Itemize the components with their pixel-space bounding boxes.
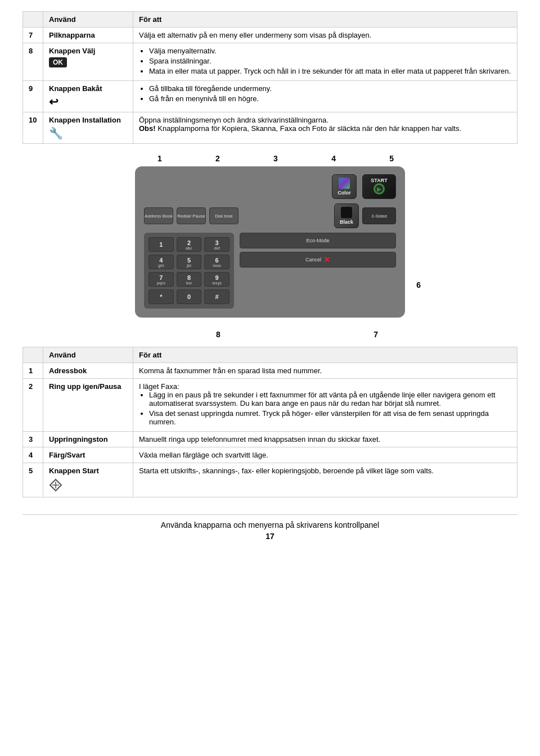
num-label-1: 1 (158, 154, 162, 163)
key-6[interactable]: 6mno (204, 255, 230, 269)
two-sided-label: 2-Sided (371, 214, 387, 219)
row-num-b3: 3 (23, 432, 43, 447)
footer-title: Använda knapparna och menyerna på skriva… (22, 520, 518, 529)
middle-button-row: Address Book Redial/ Pause Dial tone Bla… (144, 203, 396, 228)
spacer (144, 174, 326, 199)
printer-panel: Color START ▶ Address Book Red (135, 166, 405, 318)
key-sub: jkl (187, 264, 191, 268)
row-label-9: Knappen Bakåt ↩ (43, 81, 133, 112)
row-label-8: Knappen Välj OK (43, 43, 133, 81)
row-desc-b3: Manuellt ringa upp telefonnumret med kna… (133, 432, 518, 447)
key-sub: tuv (186, 281, 192, 285)
row-desc-b1: Komma åt faxnummer från en sparad lista … (133, 363, 518, 379)
key-sub: def (214, 246, 220, 250)
key-label: 8 (187, 274, 191, 281)
address-book-button[interactable]: Address Book (144, 207, 173, 224)
key-star[interactable]: * (148, 289, 174, 304)
bullet-item: Gå tillbaka till föregående undermeny. (149, 84, 511, 93)
row-num-b4: 4 (23, 447, 43, 463)
keypad-grid: 1 2abc 3def 4ghi 5jkl 6mno 7pqrs 8tuv 9w… (144, 233, 234, 309)
key-2[interactable]: 2abc (177, 237, 202, 252)
key-hash[interactable]: # (204, 289, 230, 304)
row-desc-7: Välja ett alternativ på en meny eller un… (133, 28, 518, 43)
panel-container: Color START ▶ Address Book Red (135, 166, 405, 318)
page-footer: Använda knapparna och menyerna på skriva… (22, 514, 518, 541)
row-label-b2: Ring upp igen/Pausa (43, 379, 133, 432)
row-label-10: Knappen Installation 🔧 (43, 112, 133, 144)
num-label-2: 2 (215, 154, 220, 163)
start-button[interactable]: START ▶ (362, 174, 396, 199)
bullet-item: Gå från en menynivå till en högre. (149, 94, 511, 103)
two-sided-button[interactable]: 2-Sided (362, 207, 396, 224)
key-1[interactable]: 1 (148, 237, 174, 252)
back-icon: ↩ (49, 95, 127, 108)
cancel-x-icon: ✕ (323, 255, 330, 264)
key-4[interactable]: 4ghi (148, 255, 174, 269)
start-circle: ▶ (374, 183, 385, 194)
key-sub: abc (186, 246, 192, 250)
col-header-num-b (23, 347, 43, 363)
num-label-4: 4 (331, 154, 336, 163)
row-label-7: Pilknapparna (43, 28, 133, 43)
start-button-label: START (371, 178, 387, 183)
callout-6-label: 6 (416, 280, 421, 289)
diamond-icon (49, 478, 62, 492)
black-button-label: Black (340, 219, 353, 225)
row-num-b5: 5 (23, 463, 43, 497)
table-row: 9 Knappen Bakåt ↩ Gå tillbaka till föreg… (23, 81, 518, 112)
col-header-anvand: Använd (43, 12, 133, 28)
key-0[interactable]: 0 (177, 289, 202, 304)
row-desc-b4: Växla mellan färgläge och svartvitt läge… (133, 447, 518, 463)
col-header-num (23, 12, 43, 28)
black-button-icon (341, 207, 352, 218)
black-button[interactable]: Black (334, 203, 359, 228)
color-button[interactable]: Color (332, 174, 357, 199)
redial-pause-button[interactable]: Redial/ Pause (177, 207, 206, 224)
num-label-5: 5 (389, 154, 394, 163)
table-row: 2 Ring upp igen/Pausa I läget Faxa: Lägg… (23, 379, 518, 432)
table-row: 8 Knappen Välj OK Välja menyalternativ. … (23, 43, 518, 81)
key-7[interactable]: 7pqrs (148, 272, 174, 287)
printer-diagram-area: 1 2 3 4 5 Color START (22, 154, 518, 318)
key-9[interactable]: 9wxyz (204, 272, 230, 287)
row-desc-main-b2: I läget Faxa: (139, 382, 179, 391)
dial-tone-button[interactable]: Dial tone (209, 207, 238, 224)
row-num-10: 10 (23, 112, 43, 144)
bullet-item: Visa det senast uppringda numret. Tryck … (149, 409, 511, 426)
table-row: 5 Knappen Start Starta ett utskrifts-, s… (23, 463, 518, 497)
row-label-b3: Uppringningston (43, 432, 133, 447)
row-desc-b5: Starta ett utskrifts-, skannings-, fax- … (133, 463, 518, 497)
key-8[interactable]: 8tuv (177, 272, 202, 287)
obs-text: Knapplamporna för Kopiera, Skanna, Faxa … (158, 124, 461, 133)
key-3[interactable]: 3def (204, 237, 230, 252)
table-row: 7 Pilknapparna Välja ett alternativ på e… (23, 28, 518, 43)
color-button-icon (339, 178, 350, 189)
dial-tone-label: Dial tone (215, 214, 233, 219)
col-header-foratt: För att (133, 12, 518, 28)
right-function-buttons: Eco-Mode Cancel ✕ (240, 233, 396, 309)
callout-8-label: 8 (216, 330, 220, 339)
key-label: 1 (159, 241, 163, 248)
key-sub: ghi (158, 264, 164, 268)
eco-mode-button[interactable]: Eco-Mode (240, 233, 396, 248)
bullet-item: Välja menyalternativ. (149, 47, 511, 55)
eco-mode-label: Eco-Mode (306, 238, 329, 243)
row-desc-9: Gå tillbaka till föregående undermeny. G… (133, 81, 518, 112)
key-label: 2 (187, 239, 191, 246)
row-label-b5: Knappen Start (43, 463, 133, 497)
bullets-8: Välja menyalternativ. Spara inställninga… (139, 47, 511, 75)
ok-button-icon: OK (49, 57, 67, 67)
cancel-button[interactable]: Cancel ✕ (240, 252, 396, 268)
row-desc-8: Välja menyalternativ. Spara inställninga… (133, 43, 518, 81)
key-5[interactable]: 5jkl (177, 255, 202, 269)
row-num-7: 7 (23, 28, 43, 43)
row-label-b1: Adressbok (43, 363, 133, 379)
address-book-label: Address Book (145, 214, 173, 219)
key-label: # (215, 293, 219, 300)
col-header-foratt-b: För att (133, 347, 518, 363)
table-row: 10 Knappen Installation 🔧 Öppna inställn… (23, 112, 518, 144)
table-row: 4 Färg/Svart Växla mellan färgläge och s… (23, 447, 518, 463)
callout-7-label: 7 (374, 330, 378, 339)
row-label-b4: Färg/Svart (43, 447, 133, 463)
row-num-9: 9 (23, 81, 43, 112)
